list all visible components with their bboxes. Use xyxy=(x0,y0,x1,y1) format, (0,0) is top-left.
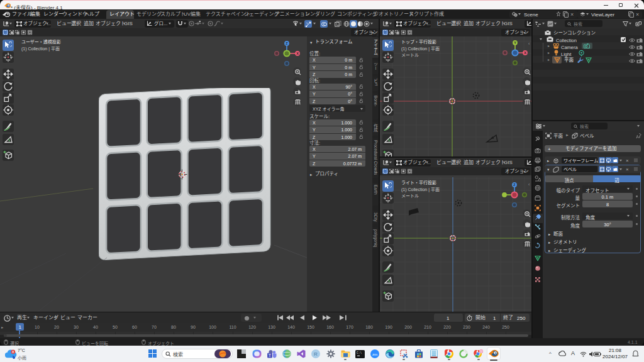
svg-text:R: R xyxy=(314,351,318,357)
svg-text:zm: zm xyxy=(372,353,377,356)
svg-text:8: 8 xyxy=(12,349,14,354)
svg-text:Y: Y xyxy=(514,41,516,45)
svg-text:C:\: C:\ xyxy=(357,351,362,354)
svg-text:X: X xyxy=(524,51,526,55)
svg-text:T: T xyxy=(269,353,272,358)
svg-text:X: X xyxy=(296,52,299,55)
